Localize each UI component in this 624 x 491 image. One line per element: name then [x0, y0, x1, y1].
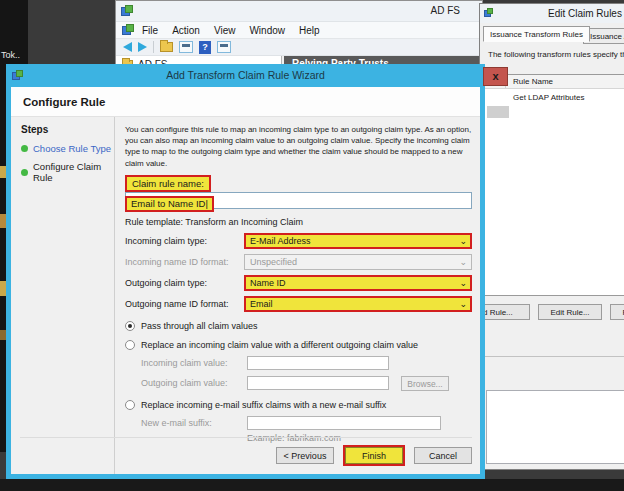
radio-unselected-icon — [125, 340, 135, 350]
add-transform-claim-rule-wizard: Add Transform Claim Rule Wizard x Config… — [6, 64, 485, 479]
incoming-name-id-format-label: Incoming name ID format: — [125, 257, 244, 267]
incoming-claim-value-input — [247, 356, 389, 370]
step-choose-rule-type[interactable]: Choose Rule Type — [21, 143, 114, 154]
chevron-down-icon: ⌄ — [459, 236, 467, 246]
chevron-down-icon: ⌄ — [459, 299, 467, 309]
rule-description-box — [486, 390, 624, 464]
claim-rule-name-value: Email to Name ID| — [125, 196, 214, 212]
outgoing-claim-value-row: Outgoing claim value: Browse... — [141, 376, 472, 391]
step-configure-claim-rule[interactable]: Configure Claim Rule — [21, 161, 114, 183]
adfs-app-icon — [121, 5, 134, 18]
step-label: Configure Claim Rule — [33, 161, 114, 183]
console-toolbar: ? — [116, 39, 482, 56]
wizard-steps-panel: Steps Choose Rule Type Configure Claim R… — [11, 117, 115, 474]
step-label: Choose Rule Type — [33, 143, 111, 154]
edit-dialog-separator — [480, 356, 624, 357]
radio-pass-through[interactable]: Pass through all claim values — [125, 321, 472, 331]
wizard-intro-text: You can configure this rule to map an in… — [125, 124, 477, 169]
radio-pass-through-label: Pass through all claim values — [141, 321, 258, 331]
incoming-claim-type-value: E-Mail Address — [250, 236, 311, 246]
outgoing-claim-type-select[interactable]: Name ID ⌄ — [244, 275, 472, 291]
incoming-claim-value-row: Incoming claim value: — [141, 356, 472, 370]
new-window-icon[interactable] — [217, 41, 231, 53]
taskbar — [0, 479, 624, 491]
selected-order-cell — [487, 106, 509, 118]
step-bullet-icon — [21, 145, 28, 152]
show-console-tree-icon[interactable] — [179, 41, 193, 53]
outgoing-claim-type-label: Outgoing claim type: — [125, 278, 244, 288]
incoming-name-id-format-select: Unspecified ⌄ — [244, 254, 472, 270]
tab-issuance-transform-rules[interactable]: Issuance Transform Rules — [483, 26, 590, 42]
finish-button[interactable]: Finish — [345, 447, 403, 464]
menu-help[interactable]: Help — [299, 25, 320, 36]
steps-header: Steps — [21, 124, 114, 135]
menu-file[interactable]: File — [142, 25, 158, 36]
remove-rule-button[interactable]: Remove Rule... — [610, 304, 624, 320]
previous-button[interactable]: < Previous — [276, 447, 334, 464]
edit-dialog-title: Edit Claim Rules — [548, 8, 622, 19]
outgoing-claim-value-label: Outgoing claim value: — [141, 378, 247, 388]
cancel-button[interactable]: Cancel — [414, 447, 472, 464]
edit-dialog-description: The following transform rules specify th… — [488, 50, 624, 59]
desktop-label-tok: Tok.. — [1, 50, 20, 60]
edit-dialog-icon — [484, 8, 495, 19]
incoming-claim-type-row: Incoming claim type: E-Mail Address ⌄ — [125, 233, 472, 249]
wizard-page-header: Configure Rule — [11, 87, 480, 117]
edit-rule-button[interactable]: Edit Rule... — [538, 304, 602, 320]
radio-replace-claim-value-label: Replace an incoming claim value with a d… — [141, 340, 418, 350]
wizard-content: You can configure this rule to map an in… — [116, 117, 480, 474]
outgoing-name-id-format-row: Outgoing name ID format: Email ⌄ — [125, 296, 472, 312]
wizard-footer: < Previous Finish Cancel — [20, 437, 472, 466]
incoming-claim-type-select[interactable]: E-Mail Address ⌄ — [244, 233, 472, 249]
wizard-body: Configure Rule Steps Choose Rule Type Co… — [6, 87, 485, 479]
outgoing-claim-value-input — [247, 376, 389, 390]
claim-rule-name-input[interactable]: Email to Name ID| — [125, 192, 472, 209]
outgoing-claim-type-value: Name ID — [250, 278, 286, 288]
forward-arrow-icon[interactable] — [138, 42, 147, 52]
toolbar-separator — [153, 41, 154, 53]
help-icon[interactable]: ? — [199, 41, 211, 54]
back-arrow-icon[interactable] — [123, 42, 132, 52]
console-titlebar — [116, 1, 482, 22]
page-title: Configure Rule — [23, 96, 105, 108]
incoming-claim-value-label: Incoming claim value: — [141, 358, 247, 368]
rule-row-get-ldap-attributes[interactable]: Get LDAP Attributes — [513, 93, 584, 102]
close-icon[interactable]: x — [483, 67, 508, 86]
menu-view[interactable]: View — [214, 25, 236, 36]
outgoing-name-id-format-value: Email — [250, 299, 273, 309]
finish-button-highlight: Finish — [343, 445, 405, 466]
incoming-claim-type-label: Incoming claim type: — [125, 236, 244, 246]
radio-replace-email-suffix-label: Replace incoming e-mail suffix claims wi… — [141, 400, 386, 410]
menu-action[interactable]: Action — [172, 25, 200, 36]
export-folder-icon[interactable] — [160, 42, 173, 52]
chevron-down-icon: ⌄ — [459, 257, 467, 267]
browse-button: Browse... — [401, 376, 449, 391]
claim-rule-name-label: Claim rule name: — [125, 175, 211, 192]
new-email-suffix-label: New e-mail suffix: — [141, 418, 247, 428]
outgoing-name-id-format-label: Outgoing name ID format: — [125, 299, 244, 309]
menu-window[interactable]: Window — [249, 25, 285, 36]
chevron-down-icon: ⌄ — [459, 278, 467, 288]
adfs-app-icon-small — [122, 24, 135, 37]
incoming-name-id-format-row: Incoming name ID format: Unspecified ⌄ — [125, 254, 472, 270]
outgoing-claim-type-row: Outgoing claim type: Name ID ⌄ — [125, 275, 472, 291]
radio-replace-claim-value[interactable]: Replace an incoming claim value with a d… — [125, 340, 472, 350]
new-email-suffix-input — [247, 416, 441, 430]
rule-template-text: Rule template: Transform an Incoming Cla… — [125, 217, 472, 227]
step-bullet-icon — [21, 169, 28, 176]
radio-unselected-icon — [125, 400, 135, 410]
radio-replace-email-suffix[interactable]: Replace incoming e-mail suffix claims wi… — [125, 400, 472, 410]
new-email-suffix-row: New e-mail suffix: — [141, 416, 472, 430]
wizard-title: Add Transform Claim Rule Wizard — [6, 69, 485, 81]
console-menubar: File Action View Window Help — [116, 22, 482, 39]
console-window-title: AD FS — [431, 5, 460, 16]
column-header-rule-name[interactable]: Rule Name — [506, 75, 553, 88]
radio-selected-icon — [125, 321, 135, 331]
outgoing-name-id-format-select[interactable]: Email ⌄ — [244, 296, 472, 312]
incoming-name-id-format-value: Unspecified — [250, 257, 297, 267]
